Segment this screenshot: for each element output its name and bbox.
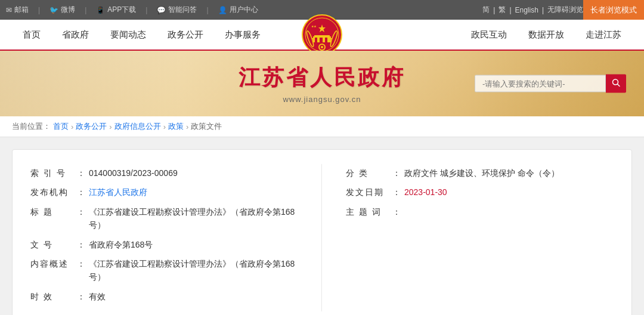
search-button[interactable] bbox=[606, 75, 626, 93]
doc-right: 分 类 ： 政府文件 城乡建设、环境保护 命令（令） 发文日期 ： 2023-0… bbox=[322, 164, 614, 311]
site-title: 江苏省人民政府 bbox=[239, 63, 405, 92]
svg-line-16 bbox=[618, 84, 620, 87]
docno-row: 文 号 ： 省政府令第168号 bbox=[30, 238, 298, 251]
document-card: 索 引 号 ： 014000319/2023-00069 发布机构 ： 江苏省人… bbox=[12, 149, 632, 315]
banner-deco-left bbox=[0, 51, 179, 116]
date-label: 发文日期 bbox=[346, 186, 389, 199]
divider-2: | bbox=[85, 6, 86, 14]
date-colon: ： bbox=[392, 186, 401, 199]
nav-services[interactable]: 办事服务 bbox=[214, 19, 271, 50]
svg-point-14 bbox=[321, 46, 323, 48]
docno-label: 文 号 bbox=[30, 238, 73, 251]
ai-icon: 💬 bbox=[157, 6, 166, 14]
divider-1: | bbox=[38, 6, 40, 14]
svg-rect-5 bbox=[315, 38, 317, 42]
nav-left: 首页 省政府 要闻动态 政务公开 办事服务 bbox=[12, 19, 460, 50]
national-emblem bbox=[301, 14, 343, 55]
issuer-value[interactable]: 江苏省人民政府 bbox=[89, 186, 298, 199]
summary-colon: ： bbox=[77, 257, 85, 270]
user-link[interactable]: 👤 用户中心 bbox=[218, 5, 258, 15]
issuer-label: 发布机构 bbox=[30, 186, 73, 199]
ai-link[interactable]: 💬 智能问答 bbox=[157, 5, 197, 15]
title-label: 标 题 bbox=[30, 205, 73, 218]
nav-affairs-public[interactable]: 政务公开 bbox=[157, 19, 214, 50]
search-input[interactable] bbox=[475, 75, 606, 92]
issuer-colon: ： bbox=[77, 186, 85, 199]
header-banner: 江苏省人民政府 www.jiangsu.gov.cn bbox=[0, 51, 644, 116]
site-url: www.jiangsu.gov.cn bbox=[283, 95, 361, 104]
nav-government[interactable]: 省政府 bbox=[51, 19, 100, 50]
top-bar-right: 简 | 繁 | English | 无障碍浏览 bbox=[482, 5, 583, 15]
category-row: 分 类 ： 政府文件 城乡建设、环境保护 命令（令） bbox=[346, 166, 614, 180]
accessible-link[interactable]: 无障碍浏览 bbox=[547, 5, 583, 15]
category-colon: ： bbox=[392, 166, 401, 180]
app-icon: 📱 bbox=[96, 6, 105, 14]
nav-home[interactable]: 首页 bbox=[12, 19, 51, 50]
doc-grid: 索 引 号 ： 014000319/2023-00069 发布机构 ： 江苏省人… bbox=[30, 164, 614, 311]
docno-colon: ： bbox=[77, 238, 85, 251]
breadcrumb-label: 当前位置： bbox=[12, 121, 51, 132]
doc-left: 索 引 号 ： 014000319/2023-00069 发布机构 ： 江苏省人… bbox=[30, 164, 322, 311]
category-label: 分 类 bbox=[346, 166, 389, 180]
summary-label: 内容概述 bbox=[30, 257, 73, 270]
docno-value: 省政府令第168号 bbox=[89, 238, 298, 251]
header-content: 江苏省人民政府 www.jiangsu.gov.cn bbox=[239, 63, 405, 104]
keywords-colon: ： bbox=[392, 205, 401, 218]
nav-right: 政民互动 数据开放 走进江苏 bbox=[460, 19, 632, 50]
mail-icon: ✉ bbox=[6, 6, 12, 14]
nav-news[interactable]: 要闻动态 bbox=[100, 19, 157, 50]
mail-link[interactable]: ✉ 邮箱 bbox=[6, 5, 29, 15]
svg-rect-7 bbox=[325, 38, 327, 42]
lang-jian[interactable]: 简 bbox=[482, 5, 490, 15]
lang-fan[interactable]: 繁 bbox=[499, 5, 506, 15]
app-link[interactable]: 📱 APP下载 bbox=[96, 5, 136, 15]
validity-colon: ： bbox=[77, 290, 85, 303]
content-area: 索 引 号 ： 014000319/2023-00069 发布机构 ： 江苏省人… bbox=[0, 137, 644, 315]
nav-interaction[interactable]: 政民互动 bbox=[460, 19, 518, 50]
index-label: 索 引 号 bbox=[30, 166, 73, 180]
top-bar-left: ✉ 邮箱 | 🐦 微博 | 📱 APP下载 | 💬 智能问答 | 👤 用户中心 bbox=[6, 5, 482, 15]
summary-value: 《江苏省建设工程勘察设计管理办法》（省政府令第168号） bbox=[89, 257, 298, 284]
title-value: 《江苏省建设工程勘察设计管理办法》（省政府令第168号） bbox=[89, 205, 298, 232]
category-value: 政府文件 城乡建设、环境保护 命令（令） bbox=[404, 166, 614, 180]
issuer-row: 发布机构 ： 江苏省人民政府 bbox=[30, 186, 298, 199]
user-icon: 👤 bbox=[218, 6, 227, 14]
nav-data-open[interactable]: 数据开放 bbox=[518, 19, 575, 50]
weibo-icon: 🐦 bbox=[49, 6, 58, 14]
breadcrumb-current: 政策文件 bbox=[191, 121, 222, 132]
title-colon: ： bbox=[77, 205, 85, 218]
svg-rect-3 bbox=[314, 35, 330, 38]
breadcrumb-sep-2: › bbox=[109, 122, 112, 131]
date-row: 发文日期 ： 2023-01-30 bbox=[346, 186, 614, 199]
index-colon: ： bbox=[77, 166, 85, 180]
index-row: 索 引 号 ： 014000319/2023-00069 bbox=[30, 166, 298, 180]
breadcrumb-sep-3: › bbox=[163, 122, 166, 131]
nav-logo bbox=[301, 14, 343, 55]
divider-3: | bbox=[145, 6, 147, 14]
summary-row: 内容概述 ： 《江苏省建设工程勘察设计管理办法》（省政府令第168号） bbox=[30, 257, 298, 284]
senior-browse-button[interactable]: 长者浏览模式 bbox=[583, 0, 644, 20]
breadcrumb-affairs[interactable]: 政务公开 bbox=[76, 121, 107, 132]
validity-value: 有效 bbox=[89, 290, 298, 303]
breadcrumb-sep-4: › bbox=[186, 122, 188, 131]
breadcrumb-gov-info[interactable]: 政府信息公开 bbox=[114, 121, 161, 132]
breadcrumb-home[interactable]: 首页 bbox=[53, 121, 69, 132]
breadcrumb-sep-1: › bbox=[71, 122, 73, 131]
date-value: 2023-01-30 bbox=[404, 186, 614, 199]
validity-label: 时 效 bbox=[30, 290, 73, 303]
svg-rect-6 bbox=[320, 38, 323, 42]
validity-row: 时 效 ： 有效 bbox=[30, 290, 298, 303]
breadcrumb-policy[interactable]: 政策 bbox=[168, 121, 184, 132]
title-row: 标 题 ： 《江苏省建设工程勘察设计管理办法》（省政府令第168号） bbox=[30, 205, 298, 232]
breadcrumb-bar: 当前位置： 首页 › 政务公开 › 政府信息公开 › 政策 › 政策文件 bbox=[0, 116, 644, 137]
keywords-row: 主 题 词 ： bbox=[346, 205, 614, 218]
index-value: 014000319/2023-00069 bbox=[89, 166, 298, 180]
divider-4: | bbox=[206, 6, 208, 14]
search-area bbox=[475, 75, 626, 93]
keywords-label: 主 题 词 bbox=[346, 205, 389, 218]
nav-bar: 首页 省政府 要闻动态 政务公开 办事服务 bbox=[0, 20, 644, 51]
weibo-link[interactable]: 🐦 微博 bbox=[49, 5, 75, 15]
lang-english[interactable]: English bbox=[515, 6, 538, 14]
nav-about-jiangsu[interactable]: 走进江苏 bbox=[575, 19, 632, 50]
search-icon bbox=[612, 79, 620, 87]
